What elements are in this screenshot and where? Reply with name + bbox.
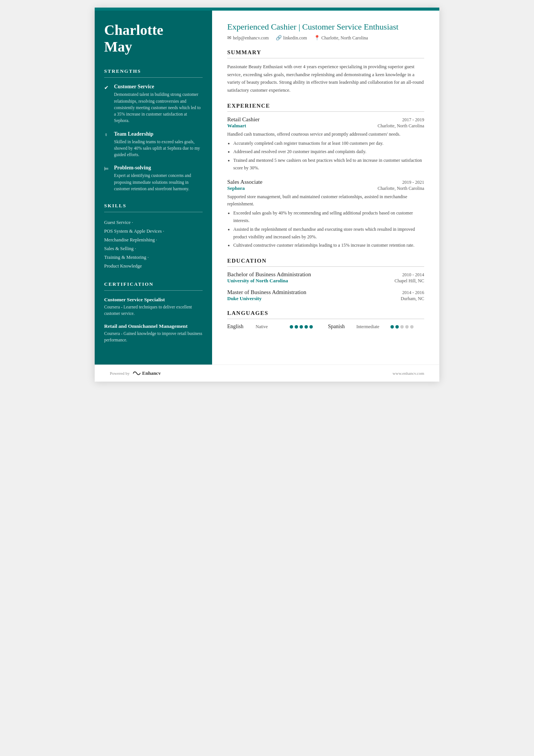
strength-title-3: Problem-solving (114, 165, 203, 171)
strength-item-3: ⊨ Problem-solving Expert at identifying … (104, 165, 203, 192)
edu-entry-1: Bachelor of Business Administration 2010… (227, 271, 424, 284)
strength-title-2: Team Leadership (114, 131, 203, 137)
main-header: Experienced Cashier | Customer Service E… (227, 22, 424, 41)
cert-1: Customer Service Specialist Coursera - L… (104, 297, 203, 317)
skill-3: Merchandise Replenishing · (104, 236, 203, 244)
location-text: Charlotte, North Carolina (322, 35, 368, 41)
languages-divider (227, 319, 424, 319)
cert-2: Retail and Omnichannel Management Course… (104, 323, 203, 344)
cert-divider (104, 290, 203, 291)
lang-spanish-name: Spanish (328, 324, 353, 330)
skill-1: Guest Service · (104, 218, 203, 227)
dot-s1 (390, 325, 394, 329)
edu-school-2: Duke University (227, 296, 262, 302)
exp-subrow-1: Walmart Charlotte, North Carolina (227, 123, 424, 129)
exp-bullet-2-2: Assisted in the replenishment of merchan… (233, 226, 424, 241)
cert-desc-2: Coursera - Gained knowledge to improve r… (104, 330, 203, 344)
exp-title-2: Sales Associate (227, 179, 262, 185)
education-title: EDUCATION (227, 258, 424, 264)
exp-location-2: Charlotte, North Carolina (378, 186, 424, 191)
exp-subrow-2: Sephora Charlotte, North Carolina (227, 185, 424, 191)
exp-bullet-1-1: Accurately completed cash register trans… (233, 140, 424, 147)
strength-title-1: Customer Service (114, 84, 203, 90)
edu-degree-1: Bachelor of Business Administration (227, 271, 311, 278)
lang-spanish: Spanish Intermediate (328, 324, 414, 330)
exp-desc-2: Supported store management, built and ma… (227, 193, 424, 208)
exp-entry-2: Sales Associate 2019 - 2021 Sephora Char… (227, 179, 424, 249)
strength-desc-3: Expert at identifying customer concerns … (114, 172, 203, 192)
contact-linkedin: 🔗 linkedin.com (276, 35, 307, 41)
problem-icon: ⊨ (104, 166, 110, 192)
lang-spanish-level: Intermediate (356, 324, 387, 330)
strength-item-2: ♀ Team Leadership Skilled in leading tea… (104, 131, 203, 158)
exp-bullet-1-3: Trained and mentored 5 new cashiers on b… (233, 157, 424, 172)
summary-title: SUMMARY (227, 49, 424, 56)
dot-e3 (300, 325, 303, 329)
strength-item-1: ✔ Customer Service Demonstrated talent i… (104, 84, 203, 124)
lang-english-level: Native (256, 324, 286, 330)
edu-dates-1: 2010 - 2014 (402, 272, 424, 278)
dot-e4 (304, 325, 308, 329)
footer-left: Powered by Enhancv (110, 370, 161, 376)
languages-title: LANGUAGES (227, 310, 424, 316)
strengths-divider (104, 77, 203, 78)
logo-svg (133, 371, 141, 376)
link-icon: 🔗 (276, 35, 282, 41)
exp-dates-1: 2017 - 2019 (402, 117, 424, 123)
dot-s3 (400, 325, 404, 329)
edu-location-2: Durham, NC (401, 296, 424, 302)
footer: Powered by Enhancv www.enhancv.com (95, 365, 439, 382)
skills-section-title: SKILLS (104, 203, 203, 209)
edu-dates-2: 2014 - 2016 (402, 290, 424, 296)
exp-bullets-1: Accurately completed cash register trans… (227, 140, 424, 172)
dot-s4 (405, 325, 409, 329)
candidate-name: Charlotte May (104, 22, 203, 55)
edu-school-1: University of North Carolina (227, 278, 288, 284)
contact-location: 📍 Charlotte, North Carolina (314, 35, 368, 41)
resume-wrapper: Charlotte May STRENGTHS ✔ Customer Servi… (95, 8, 439, 382)
edu-subrow-2: Duke University Durham, NC (227, 296, 424, 302)
dot-e5 (309, 325, 313, 329)
checkmark-icon: ✔ (104, 85, 110, 124)
lang-spanish-dots (390, 325, 414, 329)
exp-dates-2: 2019 - 2021 (402, 180, 424, 185)
team-icon: ♀ (104, 132, 110, 158)
resume-body: Charlotte May STRENGTHS ✔ Customer Servi… (95, 11, 439, 365)
brand-name: Enhancv (142, 370, 161, 376)
sidebar: Charlotte May STRENGTHS ✔ Customer Servi… (95, 11, 212, 365)
strength-desc-2: Skilled in leading teams to exceed sales… (114, 139, 203, 158)
exp-bullet-2-1: Exceeded sales goals by 40% by recommend… (233, 210, 424, 225)
main-content: Experienced Cashier | Customer Service E… (212, 11, 439, 365)
dot-e1 (290, 325, 293, 329)
skill-6: Product Knowledge (104, 262, 203, 271)
email-icon: ✉ (227, 35, 231, 41)
contact-email: ✉ help@enhancv.com (227, 35, 269, 41)
cert-title-2: Retail and Omnichannel Management (104, 323, 203, 329)
exp-location-1: Charlotte, North Carolina (378, 123, 424, 129)
education-divider (227, 266, 424, 267)
footer-website: www.enhancv.com (393, 371, 425, 376)
exp-header-1: Retail Cashier 2017 - 2019 (227, 116, 424, 123)
contacts-row: ✉ help@enhancv.com 🔗 linkedin.com 📍 Char… (227, 35, 424, 41)
exp-desc-1: Handled cash transactions, offered court… (227, 131, 424, 138)
exp-header-2: Sales Associate 2019 - 2021 (227, 179, 424, 185)
skills-divider (104, 212, 203, 212)
languages-row: English Native Spanish Intermediate (227, 324, 424, 330)
exp-bullets-2: Exceeded sales goals by 40% by recommend… (227, 210, 424, 249)
main-title: Experienced Cashier | Customer Service E… (227, 22, 424, 32)
strengths-section-title: STRENGTHS (104, 68, 203, 74)
edu-header-1: Bachelor of Business Administration 2010… (227, 271, 424, 278)
exp-bullet-2-3: Cultivated constructive customer relatio… (233, 242, 424, 249)
cert-title-1: Customer Service Specialist (104, 297, 203, 303)
skill-4: Sales & Selling · (104, 244, 203, 253)
lang-english-name: English (227, 324, 252, 330)
dot-s2 (395, 325, 399, 329)
summary-text: Passionate Beauty Enthusiast with over 4… (227, 63, 424, 94)
email-text: help@enhancv.com (233, 35, 269, 41)
strengths-list: ✔ Customer Service Demonstrated talent i… (104, 84, 203, 192)
edu-location-1: Chapel Hill, NC (395, 278, 424, 284)
exp-entry-1: Retail Cashier 2017 - 2019 Walmart Charl… (227, 116, 424, 172)
powered-by-text: Powered by (110, 371, 130, 376)
certs-list: Customer Service Specialist Coursera - L… (104, 297, 203, 343)
skill-2: POS System & Apple Devices · (104, 227, 203, 236)
